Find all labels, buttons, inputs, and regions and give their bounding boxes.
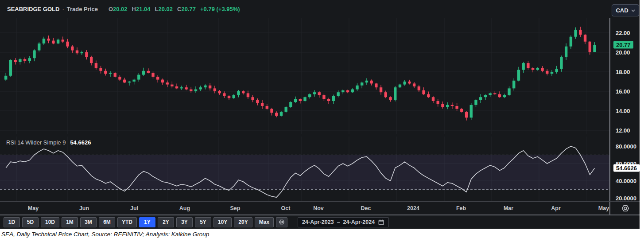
rsi-tick-label: 20.0000 bbox=[616, 195, 636, 202]
ohlc-readout: O20.02H21.04L20.02C20.77 bbox=[104, 6, 196, 12]
time-tick-label: Nov bbox=[313, 205, 324, 211]
chevron-down-icon bbox=[631, 9, 635, 12]
range-button-20y[interactable]: 20Y bbox=[234, 217, 252, 227]
down-candle bbox=[318, 92, 321, 95]
down-candle bbox=[531, 68, 534, 70]
rsi-axis[interactable]: 80.000060.000040.000020.000054.6626 bbox=[610, 137, 640, 202]
range-button-6m[interactable]: 6M bbox=[99, 217, 115, 227]
currency-label: CAD bbox=[616, 7, 628, 14]
range-button-1y[interactable]: 1Y bbox=[139, 217, 155, 227]
time-tick-label: Oct bbox=[281, 205, 291, 211]
down-candle bbox=[389, 97, 392, 100]
down-candle bbox=[261, 103, 264, 106]
panel-separator[interactable] bbox=[0, 135, 640, 135]
up-candle bbox=[394, 87, 396, 100]
chart-settings-button[interactable] bbox=[621, 203, 630, 213]
date-from: 24-Apr-2023 bbox=[302, 219, 334, 225]
range-button-5d[interactable]: 5D bbox=[22, 217, 39, 227]
rsi-name: RSI 14 Wilder Simple 9 bbox=[6, 139, 66, 146]
down-candle bbox=[370, 81, 372, 84]
range-button-ytd[interactable]: YTD bbox=[117, 217, 137, 227]
price-tick-label: 20.00 bbox=[616, 49, 630, 56]
down-candle bbox=[465, 112, 468, 117]
down-candle bbox=[579, 30, 582, 35]
up-candle bbox=[313, 92, 316, 94]
down-candle bbox=[52, 41, 54, 44]
down-candle bbox=[71, 47, 74, 51]
time-tick-label: Dec bbox=[361, 205, 371, 211]
range-button-max[interactable]: Max bbox=[255, 217, 274, 227]
up-candle bbox=[356, 86, 358, 90]
down-candle bbox=[413, 83, 415, 86]
price-chart-panel[interactable] bbox=[0, 18, 609, 134]
up-candle bbox=[43, 39, 45, 43]
down-candle bbox=[441, 104, 444, 107]
chart-widget: SEABRIDGE GOLD·Trade PriceO20.02H21.04L2… bbox=[0, 0, 640, 229]
down-candle bbox=[432, 97, 435, 101]
up-candle bbox=[128, 82, 131, 82]
down-candle bbox=[418, 86, 420, 90]
range-button-1d[interactable]: 1D bbox=[4, 217, 20, 227]
time-axis-border bbox=[609, 202, 610, 215]
down-candle bbox=[99, 68, 102, 71]
up-candle bbox=[237, 91, 240, 95]
date-range-picker[interactable]: 24-Apr-2023–24-Apr-2024 bbox=[298, 217, 389, 227]
down-candle bbox=[270, 109, 273, 113]
price-tick-label: 22.00 bbox=[616, 30, 630, 36]
down-candle bbox=[422, 90, 425, 94]
rsi-tick-label: 40.0000 bbox=[616, 178, 636, 184]
down-candle bbox=[346, 90, 349, 92]
down-candle bbox=[66, 42, 69, 47]
down-candle bbox=[275, 113, 278, 116]
up-candle bbox=[522, 63, 524, 70]
time-tick-label: Apr bbox=[551, 205, 561, 211]
down-candle bbox=[384, 92, 387, 97]
up-candle bbox=[33, 51, 35, 59]
rsi-chart-panel[interactable] bbox=[0, 137, 609, 202]
source-caption: SEA, Daily Technical Price Chart, Source… bbox=[1, 231, 209, 238]
up-candle bbox=[560, 57, 563, 69]
down-candle bbox=[166, 82, 168, 84]
ohlc-key: H bbox=[132, 6, 136, 12]
up-candle bbox=[132, 80, 135, 82]
down-candle bbox=[427, 94, 430, 98]
down-candle bbox=[209, 86, 211, 89]
ohlc-value: 21.04 bbox=[136, 6, 151, 12]
range-button-3y[interactable]: 3Y bbox=[176, 217, 193, 227]
down-candle bbox=[228, 96, 230, 98]
range-button-3m[interactable]: 3M bbox=[80, 217, 97, 227]
up-candle bbox=[337, 92, 339, 96]
title-separator: · bbox=[62, 6, 64, 12]
currency-selector[interactable]: CAD bbox=[612, 4, 639, 16]
up-candle bbox=[341, 90, 344, 92]
range-button-10y[interactable]: 10Y bbox=[213, 217, 232, 227]
series-label: Trade Price bbox=[67, 6, 98, 12]
time-axis[interactable]: MayJunJulAugSepOctNovDec2024FebMarAprMay bbox=[0, 202, 609, 215]
down-candle bbox=[218, 91, 221, 93]
page: SEABRIDGE GOLD·Trade PriceO20.02H21.04L2… bbox=[0, 0, 644, 242]
up-candle bbox=[332, 96, 335, 101]
time-tick-label: Mar bbox=[504, 205, 513, 211]
up-candle bbox=[484, 95, 487, 97]
price-axis[interactable]: 22.0020.0018.0016.0014.0012.0020.77 bbox=[610, 18, 640, 134]
rsi-indicator-label[interactable]: RSI 14 Wilder Simple 954.6626 bbox=[6, 139, 91, 146]
down-candle bbox=[380, 87, 382, 92]
down-candle bbox=[47, 39, 50, 40]
up-candle bbox=[446, 105, 449, 107]
down-candle bbox=[185, 87, 187, 89]
up-candle bbox=[137, 75, 140, 80]
up-candle bbox=[28, 58, 31, 61]
interval-settings-button[interactable] bbox=[276, 217, 287, 227]
down-candle bbox=[322, 95, 325, 99]
rsi-value-badge: 54.6626 bbox=[613, 164, 640, 172]
up-candle bbox=[399, 85, 401, 88]
down-candle bbox=[161, 80, 164, 83]
range-button-1m[interactable]: 1M bbox=[62, 217, 78, 227]
down-candle bbox=[151, 73, 154, 77]
range-button-5y[interactable]: 5Y bbox=[195, 217, 211, 227]
range-button-10d[interactable]: 10D bbox=[41, 217, 59, 227]
down-candle bbox=[375, 83, 377, 87]
down-candle bbox=[498, 94, 501, 98]
down-candle bbox=[493, 93, 496, 94]
range-button-2y[interactable]: 2Y bbox=[158, 217, 174, 227]
